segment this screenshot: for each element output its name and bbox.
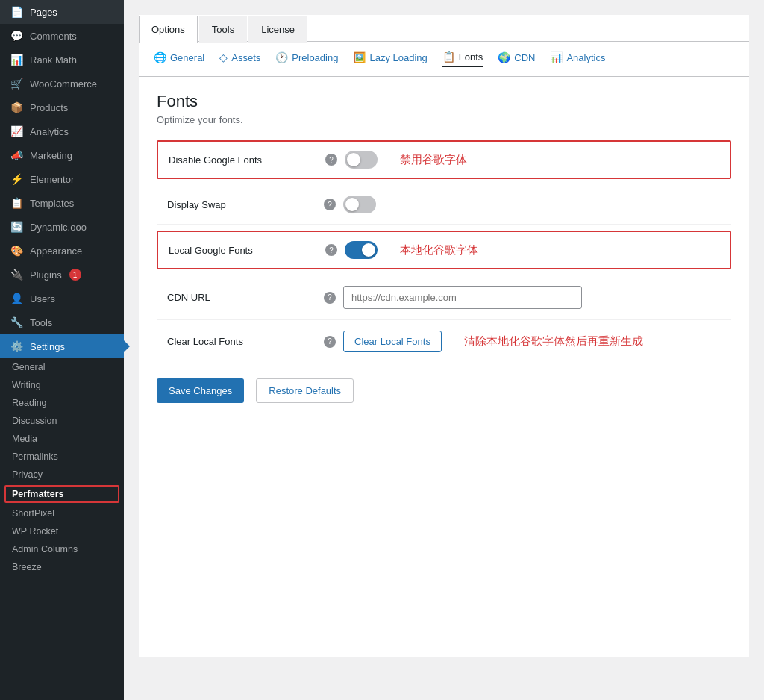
submenu-item-media[interactable]: Media — [0, 430, 124, 448]
sidebar-item-marketing[interactable]: 📣 Marketing — [0, 143, 124, 167]
sidebar-label-dynamic: Dynamic.ooo — [30, 222, 87, 233]
tab-options[interactable]: Options — [139, 16, 198, 43]
subnav-preloading-label: Preloading — [292, 52, 338, 63]
users-icon: 👤 — [9, 293, 24, 304]
sidebar-item-templates[interactable]: 📋 Templates — [0, 191, 124, 215]
display-swap-toggle[interactable] — [343, 196, 376, 213]
submenu-item-perfmatters[interactable]: Perfmatters — [4, 485, 119, 503]
sidebar-label-pages: Pages — [30, 7, 57, 18]
products-icon: 📦 — [9, 101, 24, 113]
top-tabs: Options Tools License — [139, 15, 749, 42]
subnav-general[interactable]: 🌐 General — [154, 51, 204, 66]
settings-icon: ⚙️ — [9, 340, 24, 352]
sidebar-item-analytics[interactable]: 📈 Analytics — [0, 119, 124, 143]
cdn-url-input[interactable] — [343, 286, 582, 309]
cdn-url-row: CDN URL ? — [157, 275, 731, 320]
sidebar-item-products[interactable]: 📦 Products — [0, 96, 124, 119]
preloading-nav-icon: 🕐 — [275, 51, 288, 63]
content-wrap: Options Tools License 🌐 General ◇ Assets… — [139, 15, 749, 657]
sidebar-item-dynamic[interactable]: 🔄 Dynamic.ooo — [0, 215, 124, 239]
submenu-item-permalinks[interactable]: Permalinks — [0, 448, 124, 466]
subnav-analytics-label: Analytics — [566, 52, 605, 63]
main-content: Options Tools License 🌐 General ◇ Assets… — [124, 0, 764, 700]
assets-nav-icon: ◇ — [219, 51, 228, 63]
clear-local-fonts-help[interactable]: ? — [324, 336, 336, 348]
sidebar-item-woocommerce[interactable]: 🛒 WooCommerce — [0, 72, 124, 96]
submenu-item-breeze[interactable]: Breeze — [0, 558, 124, 576]
submenu-item-privacy[interactable]: Privacy — [0, 466, 124, 484]
subnav-cdn[interactable]: 🌍 CDN — [498, 51, 535, 66]
sidebar-label-tools: Tools — [30, 317, 52, 328]
fonts-nav-icon: 📋 — [442, 51, 455, 63]
sidebar-item-elementor[interactable]: ⚡ Elementor — [0, 167, 124, 191]
subnav-fonts[interactable]: 📋 Fonts — [442, 51, 483, 67]
submenu-item-writing[interactable]: Writing — [0, 376, 124, 394]
sidebar-item-tools[interactable]: 🔧 Tools — [0, 310, 124, 334]
sidebar-item-users[interactable]: 👤 Users — [0, 287, 124, 310]
sidebar-item-appearance[interactable]: 🎨 Appearance — [0, 239, 124, 263]
plugins-icon: 🔌 — [9, 269, 24, 281]
sidebar-item-plugins[interactable]: 🔌 Plugins 1 — [0, 263, 124, 287]
sidebar-label-templates: Templates — [30, 198, 74, 209]
disable-google-fonts-toggle[interactable] — [345, 151, 378, 169]
sidebar-label-users: Users — [30, 293, 55, 304]
sub-nav: 🌐 General ◇ Assets 🕐 Preloading 🖼️ Lazy … — [139, 42, 749, 77]
rankmath-icon: 📊 — [9, 54, 24, 66]
subnav-lazyloading[interactable]: 🖼️ Lazy Loading — [353, 51, 427, 66]
sidebar-label-settings: Settings — [30, 341, 65, 352]
clear-local-fonts-label: Clear Local Fonts — [167, 336, 316, 347]
disable-google-fonts-annotation: 禁用谷歌字体 — [400, 153, 467, 167]
submenu-item-wprocket[interactable]: WP Rocket — [0, 522, 124, 540]
page-title: Fonts — [157, 92, 731, 111]
tab-tools[interactable]: Tools — [199, 16, 247, 43]
subnav-assets-label: Assets — [231, 52, 260, 63]
submenu-item-general[interactable]: General — [0, 358, 124, 376]
save-changes-button[interactable]: Save Changes — [157, 378, 244, 403]
sidebar-item-settings[interactable]: ⚙️ Settings — [0, 334, 124, 358]
marketing-icon: 📣 — [9, 149, 24, 161]
subnav-lazyloading-label: Lazy Loading — [369, 52, 427, 63]
local-google-fonts-annotation: 本地化谷歌字体 — [400, 243, 478, 257]
sidebar-item-pages[interactable]: 📄 Pages — [0, 0, 124, 24]
local-google-fonts-slider — [345, 241, 378, 259]
settings-collapse-arrow — [124, 340, 130, 352]
disable-google-fonts-help[interactable]: ? — [325, 154, 337, 166]
comments-icon: 💬 — [9, 30, 24, 42]
cdn-url-help[interactable]: ? — [324, 292, 336, 304]
disable-google-fonts-label: Disable Google Fonts — [169, 154, 318, 166]
page-subtitle: Optimize your fonts. — [157, 114, 731, 125]
subnav-preloading[interactable]: 🕐 Preloading — [275, 51, 338, 66]
dynamic-icon: 🔄 — [9, 221, 24, 233]
subnav-general-label: General — [170, 52, 204, 63]
local-google-fonts-help[interactable]: ? — [325, 244, 337, 256]
submenu-item-reading[interactable]: Reading — [0, 394, 124, 412]
woocommerce-icon: 🛒 — [9, 78, 24, 90]
sidebar-item-rankmath[interactable]: 📊 Rank Math — [0, 48, 124, 72]
sidebar-label-plugins: Plugins — [30, 269, 62, 281]
cdn-url-label: CDN URL — [167, 292, 316, 303]
lazyloading-nav-icon: 🖼️ — [353, 51, 366, 63]
subnav-assets[interactable]: ◇ Assets — [219, 51, 260, 66]
disable-google-fonts-row: Disable Google Fonts ? 禁用谷歌字体 — [157, 140, 731, 179]
submenu-item-admincolumns[interactable]: Admin Columns — [0, 540, 124, 558]
tab-license[interactable]: License — [248, 16, 307, 43]
elementor-icon: ⚡ — [9, 173, 24, 185]
plugins-badge: 1 — [69, 269, 81, 281]
clear-local-fonts-row: Clear Local Fonts ? Clear Local Fonts 清除… — [157, 320, 731, 363]
analytics-icon: 📈 — [9, 125, 24, 137]
sidebar-label-products: Products — [30, 102, 68, 113]
subnav-analytics[interactable]: 📊 Analytics — [550, 51, 605, 66]
clear-local-fonts-button[interactable]: Clear Local Fonts — [343, 331, 442, 352]
tools-icon: 🔧 — [9, 316, 24, 328]
pages-icon: 📄 — [9, 6, 24, 18]
local-google-fonts-toggle[interactable] — [345, 241, 378, 259]
sidebar-item-comments[interactable]: 💬 Comments — [0, 24, 124, 48]
submenu-item-discussion[interactable]: Discussion — [0, 412, 124, 430]
display-swap-help[interactable]: ? — [324, 199, 336, 210]
restore-defaults-button[interactable]: Restore Defaults — [256, 378, 354, 403]
sidebar-label-woocommerce: WooCommerce — [30, 78, 97, 90]
sidebar: 📄 Pages 💬 Comments 📊 Rank Math 🛒 WooComm… — [0, 0, 124, 700]
submenu-item-shortpixel[interactable]: ShortPixel — [0, 504, 124, 522]
cdn-nav-icon: 🌍 — [498, 51, 510, 63]
subnav-cdn-label: CDN — [514, 52, 535, 63]
